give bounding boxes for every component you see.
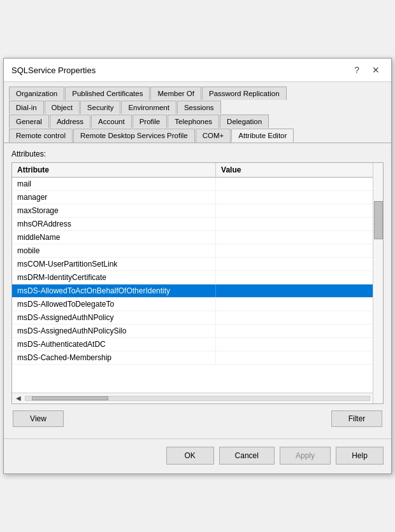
- tab-member-of[interactable]: Member Of: [150, 87, 201, 100]
- tab-general[interactable]: General: [9, 115, 49, 128]
- value-cell: [216, 231, 383, 244]
- view-button[interactable]: View: [13, 410, 64, 427]
- value-cell: [216, 271, 383, 284]
- tab-telephones[interactable]: Telephones: [168, 115, 219, 128]
- attributes-table: Attribute Value mail manager maxStorage …: [11, 162, 384, 404]
- tab-object[interactable]: Object: [45, 101, 80, 114]
- apply-button[interactable]: Apply: [280, 447, 331, 465]
- help-dialog-button[interactable]: Help: [336, 447, 384, 465]
- value-cell: [216, 284, 383, 297]
- ok-button[interactable]: OK: [166, 447, 214, 465]
- value-cell: [216, 218, 383, 230]
- tab-environment[interactable]: Environment: [121, 101, 176, 114]
- value-cell: [216, 178, 383, 190]
- table-row[interactable]: mobile: [12, 244, 383, 258]
- attr-cell: mail: [12, 178, 216, 190]
- attr-cell: maxStorage: [12, 204, 216, 217]
- tab-row-1: Organization Published Certificates Memb…: [9, 86, 386, 99]
- tab-account[interactable]: Account: [91, 115, 132, 128]
- table-row[interactable]: msDRM-IdentityCertificate: [12, 271, 383, 284]
- table-row[interactable]: msDS-AllowedToDelegateTo: [12, 298, 383, 311]
- vertical-scrollbar[interactable]: [373, 163, 383, 403]
- attr-cell: msDS-AssignedAuthNPolicy: [12, 311, 216, 324]
- attr-cell: msCOM-UserPartitionSetLink: [12, 258, 216, 270]
- tab-row-3: General Address Account Profile Telephon…: [9, 114, 386, 127]
- value-cell: [216, 191, 383, 204]
- cancel-button[interactable]: Cancel: [219, 447, 275, 465]
- col-value: Value: [216, 163, 383, 177]
- table-row[interactable]: msDS-AssignedAuthNPolicy: [12, 311, 383, 325]
- value-cell: [216, 311, 383, 324]
- table-row[interactable]: mhsORAddress: [12, 218, 383, 231]
- horizontal-scrollbar[interactable]: ◀ ▶: [12, 393, 383, 403]
- attr-cell: msDS-AuthenticatedAtDC: [12, 338, 216, 351]
- tab-remote-desktop-services-profile[interactable]: Remote Desktop Services Profile: [73, 129, 195, 143]
- tab-row-4: Remote control Remote Desktop Services P…: [9, 128, 386, 142]
- hscroll-thumb[interactable]: [32, 396, 108, 400]
- title-bar-controls: ? ✕: [350, 64, 384, 76]
- col-attribute: Attribute: [12, 163, 216, 177]
- hscroll-track[interactable]: [25, 396, 370, 401]
- value-cell: [216, 244, 383, 257]
- table-row[interactable]: msCOM-UserPartitionSetLink: [12, 258, 383, 271]
- filter-button[interactable]: Filter: [331, 410, 382, 427]
- attr-cell: msDRM-IdentityCertificate: [12, 271, 216, 284]
- tab-delegation[interactable]: Delegation: [220, 115, 269, 128]
- table-row[interactable]: msDS-AuthenticatedAtDC: [12, 338, 383, 351]
- tab-dial-in[interactable]: Dial-in: [9, 101, 44, 114]
- help-button[interactable]: ?: [350, 64, 363, 76]
- window-title: SQLService Properties: [11, 66, 96, 75]
- table-row[interactable]: msDS-Cached-Membership: [12, 351, 383, 365]
- value-cell: [216, 351, 383, 364]
- table-body[interactable]: mail manager maxStorage mhsORAddress mid…: [12, 178, 383, 393]
- table-row[interactable]: middleName: [12, 231, 383, 244]
- hscroll-left-btn[interactable]: ◀: [13, 395, 24, 402]
- table-header: Attribute Value: [12, 163, 383, 178]
- value-cell: [216, 338, 383, 351]
- attr-cell: msDS-AssignedAuthNPolicySilo: [12, 325, 216, 337]
- tab-profile[interactable]: Profile: [133, 115, 168, 128]
- value-cell: [216, 258, 383, 270]
- close-button[interactable]: ✕: [368, 64, 384, 76]
- table-row[interactable]: maxStorage: [12, 204, 383, 218]
- table-row[interactable]: msDS-AllowedToActOnBehalfOfOtherIdentity: [12, 284, 383, 298]
- tab-organization[interactable]: Organization: [9, 87, 64, 100]
- dialog-window: SQLService Properties ? ✕ Organization P…: [3, 58, 392, 474]
- tab-attribute-editor[interactable]: Attribute Editor: [231, 129, 294, 143]
- mid-button-row: View Filter: [11, 410, 384, 427]
- tab-security[interactable]: Security: [80, 101, 121, 114]
- attr-cell: msDS-AllowedToActOnBehalfOfOtherIdentity: [12, 284, 216, 297]
- table-row[interactable]: msDS-AssignedAuthNPolicySilo: [12, 325, 383, 338]
- tab-password-replication[interactable]: Password Replication: [202, 87, 287, 100]
- bottom-button-row: OK Cancel Apply Help: [4, 438, 391, 473]
- value-cell: [216, 325, 383, 337]
- attr-cell: mhsORAddress: [12, 218, 216, 230]
- tab-com-plus[interactable]: COM+: [196, 129, 231, 143]
- vscroll-thumb[interactable]: [374, 201, 383, 239]
- tab-sessions[interactable]: Sessions: [177, 101, 221, 114]
- value-cell: [216, 298, 383, 311]
- tab-published-certificates[interactable]: Published Certificates: [65, 87, 150, 100]
- content-area: Attributes: Attribute Value mail manager…: [4, 143, 391, 432]
- tabs-container: Organization Published Certificates Memb…: [4, 82, 391, 142]
- table-row[interactable]: mail: [12, 178, 383, 191]
- title-bar: SQLService Properties ? ✕: [4, 59, 391, 82]
- tab-address[interactable]: Address: [50, 115, 90, 128]
- attr-cell: msDS-AllowedToDelegateTo: [12, 298, 216, 311]
- attributes-label: Attributes:: [11, 150, 384, 158]
- attr-cell: middleName: [12, 231, 216, 244]
- tab-row-2: Dial-in Object Security Environment Sess…: [9, 100, 386, 113]
- table-row[interactable]: manager: [12, 191, 383, 204]
- attr-cell: mobile: [12, 244, 216, 257]
- attr-cell: manager: [12, 191, 216, 204]
- value-cell: [216, 204, 383, 217]
- attr-cell: msDS-Cached-Membership: [12, 351, 216, 364]
- tab-remote-control[interactable]: Remote control: [9, 129, 73, 143]
